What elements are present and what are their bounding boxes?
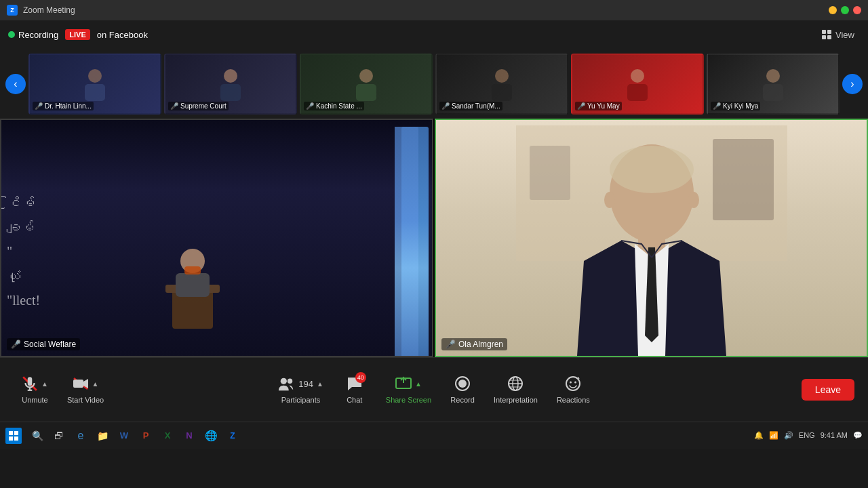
svg-point-14	[766, 69, 780, 83]
svg-point-46	[570, 382, 572, 384]
taskbar-chrome[interactable]: 🌐	[201, 426, 221, 446]
taskbar-excel[interactable]: X	[157, 426, 178, 446]
window-title: Zoom Meeting	[23, 5, 75, 15]
thumbnail-item[interactable]: 🎤 Kyi Kyi Mya	[707, 54, 840, 115]
maximize-button[interactable]	[841, 6, 849, 14]
svg-rect-5	[85, 84, 105, 101]
next-thumbnail-button[interactable]: ›	[842, 74, 863, 94]
thumb-name-3: 🎤 Kachin State ...	[304, 102, 364, 110]
unmute-button[interactable]: ▲ Unmute	[14, 370, 56, 409]
taskbar-notification[interactable]: 🔔	[754, 431, 764, 440]
reactions-label: Reactions	[557, 396, 590, 404]
prev-thumbnail-button[interactable]: ‹	[5, 74, 26, 94]
right-video-content	[436, 120, 867, 356]
participants-button[interactable]: 194 ▲ Participants	[270, 370, 332, 409]
start-video-button[interactable]: ▲ Start Video	[59, 370, 112, 409]
recording-text: Recording	[18, 30, 58, 40]
taskbar-clock: 9:41 AM	[821, 430, 848, 440]
svg-point-35	[281, 378, 287, 384]
thumb-name-6: 🎤 Kyi Kyi Mya	[711, 102, 760, 110]
svg-rect-2	[822, 35, 826, 39]
svg-rect-50	[9, 436, 13, 441]
unmute-chevron: ▲	[41, 380, 48, 388]
app-icon: Z	[7, 5, 18, 16]
svg-rect-30	[28, 377, 33, 386]
svg-rect-20	[184, 266, 201, 274]
chat-badge: 40	[355, 372, 366, 383]
toolbar-left-buttons: ▲ Unmute ▲ Start Video	[14, 370, 112, 409]
myanmar-text: ငြိမ်ချမ်"ယုံ"llect!	[7, 190, 40, 312]
thumbnail-item[interactable]: 🎤 Supreme Court	[164, 54, 297, 115]
record-svg	[454, 375, 471, 392]
taskbar-zoom[interactable]: Z	[222, 426, 243, 446]
chat-button[interactable]: 40 Chat	[334, 370, 375, 409]
taskbar-chat-icon[interactable]: 💬	[853, 431, 863, 440]
svg-point-26	[688, 192, 699, 208]
interpretation-button[interactable]: Interpretation	[486, 370, 546, 409]
participants-count: 194	[298, 379, 313, 389]
record-icon	[454, 375, 471, 392]
taskbar-search[interactable]: 🔍	[27, 426, 47, 446]
taskbar-task-view[interactable]: 🗗	[49, 426, 69, 446]
view-icon	[821, 29, 832, 40]
view-button[interactable]: View	[816, 27, 860, 42]
svg-rect-27	[713, 139, 774, 220]
taskbar-file-explorer[interactable]: 📁	[92, 426, 113, 446]
svg-rect-28	[530, 146, 570, 200]
taskbar-network: 📶	[769, 431, 778, 440]
minimize-button[interactable]	[829, 6, 837, 14]
thumbnail-item[interactable]: 🎤 Dr. Htain Linn...	[28, 54, 161, 115]
svg-point-23	[610, 146, 694, 193]
thumbnails-row: 🎤 Dr. Htain Linn... 🎤 Supreme Court	[28, 54, 840, 115]
taskbar-onenote[interactable]: N	[179, 426, 199, 446]
taskbar: 🔍 🗗 e 📁 W P X N 🌐 Z 🔔 📶 🔊 ENG 9:41 AM 💬	[0, 422, 868, 449]
taskbar-word[interactable]: W	[114, 426, 134, 446]
leave-button[interactable]: Leave	[802, 379, 854, 401]
svg-rect-34	[73, 380, 83, 388]
participants-chevron: ▲	[317, 380, 323, 388]
taskbar-powerpoint[interactable]: P	[136, 426, 156, 446]
reactions-button[interactable]: Reactions	[549, 370, 598, 409]
thumb-mic-icon: 🎤	[35, 102, 43, 110]
participants-label: Participants	[281, 396, 320, 404]
view-label: View	[835, 30, 854, 40]
thumbnail-item[interactable]: 🎤 Sandar Tun(M...	[435, 54, 568, 115]
flag-2	[395, 127, 418, 356]
thumbnail-item[interactable]: 🎤 Kachin State ...	[300, 54, 433, 115]
taskbar-right: 🔔 📶 🔊 ENG 9:41 AM 💬	[754, 430, 863, 440]
taskbar-volume[interactable]: 🔊	[784, 431, 793, 440]
unmute-label: Unmute	[22, 396, 48, 404]
share-screen-label: Share Screen	[386, 396, 431, 404]
close-button[interactable]	[853, 6, 861, 14]
svg-rect-9	[356, 84, 376, 101]
svg-rect-13	[627, 84, 648, 101]
thumb-name-1: 🎤 Dr. Htain Linn...	[33, 102, 94, 110]
taskbar-icons: 🔍 🗗 e 📁 W P X N 🌐 Z	[27, 426, 243, 446]
thumb-name-2: 🎤 Supreme Court	[168, 102, 229, 110]
interpretation-label: Interpretation	[494, 396, 538, 404]
mic-off-svg	[22, 375, 38, 392]
svg-point-39	[458, 380, 467, 388]
share-screen-button[interactable]: ▲ Share Screen	[378, 370, 439, 409]
taskbar-edge[interactable]: e	[71, 426, 91, 446]
toolbar: ▲ Unmute ▲ Start Video	[0, 357, 868, 422]
right-video-name: 🎤 Ola Almgren	[441, 338, 507, 350]
person-svg-6	[756, 64, 790, 104]
thumb-name-5: 🎤 Yu Yu May	[575, 102, 622, 110]
globe-svg	[507, 375, 524, 392]
svg-rect-7	[220, 84, 241, 101]
thumb-mic-icon-3: 🎤	[306, 102, 314, 110]
svg-rect-1	[827, 30, 831, 34]
cam-off-svg	[73, 375, 89, 392]
right-mic-icon: 🎤	[446, 340, 456, 349]
left-video-name: 🎤 Social Weflare	[7, 338, 80, 350]
video-chevron: ▲	[92, 380, 99, 388]
taskbar-language: ENG	[799, 431, 815, 439]
start-menu-button[interactable]	[5, 428, 22, 444]
record-button[interactable]: Record	[442, 370, 483, 409]
person-svg	[78, 64, 112, 104]
recording-badge: Recording	[8, 30, 58, 40]
reactions-icon	[565, 375, 581, 392]
video-cell-right: 🎤 Ola Almgren	[435, 119, 868, 357]
thumbnail-item[interactable]: 🎤 Yu Yu May	[571, 54, 704, 115]
